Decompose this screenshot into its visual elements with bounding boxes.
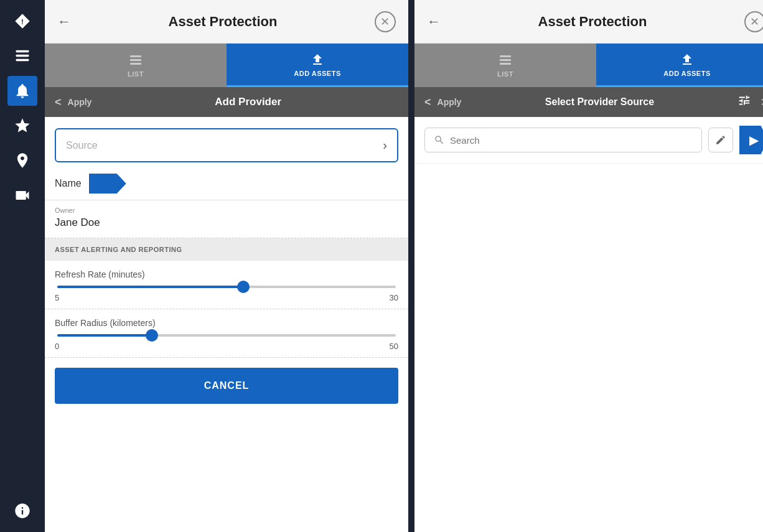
- star-icon[interactable]: [7, 111, 37, 141]
- left-close-button[interactable]: ✕: [375, 11, 396, 32]
- svg-rect-3: [16, 59, 29, 62]
- name-label: Name: [55, 178, 82, 189]
- buffer-radius-fill: [57, 334, 152, 337]
- refresh-rate-range: 5 30: [55, 293, 398, 302]
- refresh-rate-slider[interactable]: [57, 286, 396, 288]
- blue-arrow-button[interactable]: ▶: [739, 126, 763, 154]
- buffer-radius-range: 0 50: [55, 342, 398, 351]
- right-panel: ← Asset Protection ✕ LIST ADD ASSETS < A…: [414, 0, 763, 532]
- panels-container: ← Asset Protection ✕ LIST ADD ASSETS < A…: [45, 0, 763, 532]
- left-panel-title: Asset Protection: [169, 14, 278, 30]
- sidebar: !: [0, 0, 45, 532]
- left-subheader-title: Add Provider: [98, 96, 398, 108]
- bell-icon[interactable]: [7, 76, 37, 106]
- right-panel-title: Asset Protection: [538, 14, 647, 30]
- stack-icon[interactable]: [7, 41, 37, 71]
- right-tab-list[interactable]: LIST: [414, 44, 596, 87]
- left-subheader: < Apply Add Provider: [45, 87, 408, 117]
- buffer-radius-slider[interactable]: [57, 334, 396, 337]
- left-tab-list-label: LIST: [128, 70, 144, 78]
- left-tab-add-assets[interactable]: ADD ASSETS: [227, 44, 408, 87]
- buffer-radius-min: 0: [55, 342, 59, 351]
- cancel-button[interactable]: CANCEL: [55, 368, 398, 404]
- svg-rect-6: [130, 63, 141, 65]
- owner-section: Owner Jane Doe: [45, 200, 408, 238]
- buffer-radius-track: [57, 334, 396, 337]
- owner-value: Jane Doe: [55, 217, 398, 229]
- left-subheader-chevron[interactable]: <: [55, 96, 62, 109]
- right-subheader-chevron[interactable]: <: [424, 96, 431, 109]
- refresh-rate-label: Refresh Rate (minutes): [55, 269, 398, 279]
- edit-button[interactable]: [708, 128, 733, 152]
- svg-rect-8: [500, 59, 511, 61]
- filter-icon[interactable]: [737, 94, 751, 111]
- svg-rect-1: [16, 50, 29, 53]
- left-apply-button[interactable]: Apply: [68, 97, 92, 107]
- source-placeholder: Source: [66, 140, 98, 151]
- svg-rect-5: [130, 59, 141, 61]
- right-back-button[interactable]: ←: [427, 15, 441, 29]
- right-tab-add-assets-label: ADD ASSETS: [663, 70, 711, 77]
- buffer-radius-label: Buffer Radius (kilometers): [55, 318, 398, 328]
- search-box[interactable]: [424, 128, 702, 152]
- right-tab-add-assets[interactable]: ADD ASSETS: [596, 44, 763, 87]
- left-panel-header: ← Asset Protection ✕: [45, 0, 408, 44]
- owner-label: Owner: [55, 207, 398, 214]
- left-tab-add-assets-label: ADD ASSETS: [294, 70, 341, 77]
- refresh-rate-track: [57, 286, 396, 288]
- left-panel: ← Asset Protection ✕ LIST ADD ASSETS < A…: [45, 0, 408, 532]
- right-subheader: < Apply Select Provider Source >: [414, 87, 763, 117]
- buffer-radius-section: Buffer Radius (kilometers) 0 50: [45, 309, 408, 358]
- right-panel-header: ← Asset Protection ✕: [414, 0, 763, 44]
- camera-icon[interactable]: [7, 180, 37, 210]
- left-back-button[interactable]: ←: [57, 15, 71, 29]
- edit-icon: [715, 134, 726, 146]
- svg-rect-9: [500, 63, 511, 65]
- right-tab-list-label: LIST: [497, 70, 513, 78]
- refresh-rate-thumb[interactable]: [237, 281, 250, 293]
- buffer-radius-thumb[interactable]: [146, 329, 158, 342]
- right-tabs: LIST ADD ASSETS: [414, 44, 763, 87]
- search-icon: [434, 134, 445, 146]
- right-apply-button[interactable]: Apply: [438, 97, 462, 107]
- svg-text:!: !: [21, 17, 24, 26]
- search-input[interactable]: [450, 135, 693, 146]
- right-panel-content: ▶: [414, 117, 763, 532]
- alerting-section-header: ASSET ALERTING AND REPORTING: [45, 238, 408, 261]
- panel-gap: [408, 0, 414, 532]
- left-tabs: LIST ADD ASSETS: [45, 44, 408, 87]
- svg-rect-4: [130, 55, 141, 57]
- info-icon[interactable]: [7, 496, 37, 526]
- left-tab-list[interactable]: LIST: [45, 44, 227, 87]
- refresh-rate-min: 5: [55, 293, 59, 302]
- source-field[interactable]: Source ›: [55, 128, 398, 162]
- buffer-radius-max: 50: [390, 342, 398, 351]
- svg-rect-7: [500, 55, 511, 57]
- left-panel-content: Source › Name Owner Jane Doe ASSET ALERT…: [45, 117, 408, 532]
- right-close-button[interactable]: ✕: [744, 11, 763, 32]
- name-arrow-badge: [89, 174, 126, 194]
- search-row: ▶: [414, 117, 763, 164]
- refresh-rate-fill: [57, 286, 243, 288]
- refresh-rate-max: 30: [390, 293, 398, 302]
- source-chevron-icon: ›: [383, 138, 387, 152]
- alert-diamond-icon[interactable]: !: [7, 6, 37, 36]
- right-subheader-title: Select Provider Source: [467, 96, 731, 108]
- location-icon[interactable]: [7, 146, 37, 175]
- svg-rect-2: [16, 55, 29, 57]
- name-row: Name: [45, 162, 408, 200]
- refresh-rate-section: Refresh Rate (minutes) 5 30: [45, 261, 408, 309]
